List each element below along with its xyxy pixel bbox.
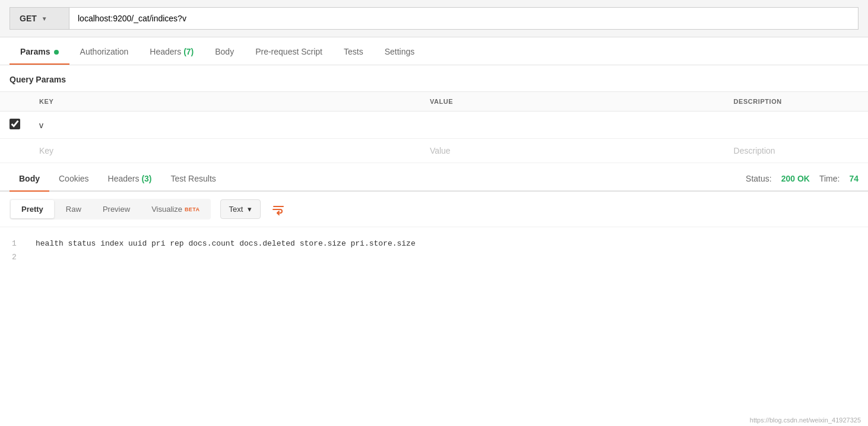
table-row-empty: Key Value Description: [0, 139, 868, 163]
empty-value-cell[interactable]: Value: [420, 139, 724, 163]
line-content-1: health status index uuid pri rep docs.co…: [36, 237, 416, 250]
tab-params[interactable]: Params: [9, 37, 69, 65]
headers-badge: (7): [183, 47, 194, 56]
time-label: Time:: [819, 174, 840, 183]
row-value-cell: [420, 112, 724, 139]
text-type-chevron: ▾: [248, 205, 252, 214]
method-label: GET: [20, 14, 37, 23]
top-tabs: Params Authorization Headers (7) Body Pr…: [0, 37, 868, 65]
format-preview[interactable]: Preview: [92, 199, 141, 220]
status-value: 200 OK: [781, 174, 810, 183]
empty-desc-cell[interactable]: Description: [724, 139, 868, 163]
response-line-2: 2: [12, 250, 856, 264]
resp-headers-badge: (3): [141, 174, 151, 183]
tab-authorization[interactable]: Authorization: [69, 37, 140, 65]
text-type-dropdown[interactable]: Text ▾: [220, 199, 261, 219]
text-type-label: Text: [229, 205, 243, 214]
resp-tab-body[interactable]: Body: [9, 166, 49, 190]
empty-key-cell[interactable]: Key: [30, 139, 420, 163]
col-description: DESCRIPTION: [724, 92, 868, 112]
tab-headers-label: Headers: [150, 47, 183, 56]
row-key-cell: v: [30, 112, 420, 139]
status-area: Status: 200 OK Time: 74: [746, 174, 859, 190]
col-check: [0, 92, 30, 112]
row-desc-cell: [724, 112, 868, 139]
line-num-2: 2: [12, 250, 24, 264]
tab-prerequest[interactable]: Pre-request Script: [245, 37, 333, 65]
beta-badge: BETA: [185, 206, 200, 212]
svg-rect-0: [273, 206, 284, 207]
params-table: KEY VALUE DESCRIPTION v Key: [0, 91, 868, 163]
resp-tab-body-label: Body: [19, 174, 40, 183]
row-checkbox[interactable]: [9, 119, 20, 129]
line-num-1: 1: [12, 237, 24, 250]
format-pretty[interactable]: Pretty: [11, 200, 54, 218]
resp-tab-headers-label: Headers: [108, 174, 142, 183]
empty-value-placeholder: Value: [430, 146, 451, 155]
resp-tab-testresults-label: Test Results: [171, 174, 216, 183]
tab-headers[interactable]: Headers (7): [139, 37, 204, 65]
tab-settings-label: Settings: [385, 47, 415, 56]
col-value: VALUE: [420, 92, 724, 112]
method-selector[interactable]: GET ▼: [9, 7, 69, 30]
status-label: Status:: [746, 174, 772, 183]
format-raw[interactable]: Raw: [55, 199, 92, 220]
query-params-title: Query Params: [0, 65, 868, 91]
resp-tab-testresults[interactable]: Test Results: [161, 166, 226, 190]
tab-settings[interactable]: Settings: [374, 37, 426, 65]
tab-prerequest-label: Pre-request Script: [255, 47, 322, 56]
visualize-label: Visualize: [151, 205, 182, 214]
response-toolbar: Pretty Raw Preview Visualize BETA Text ▾: [0, 192, 868, 227]
wrap-button[interactable]: [268, 199, 289, 220]
tab-tests-label: Tests: [344, 47, 363, 56]
method-chevron: ▼: [42, 15, 47, 22]
col-key: KEY: [30, 92, 420, 112]
tab-body-label: Body: [215, 47, 234, 56]
row-checkbox-cell: [0, 112, 30, 139]
resp-tab-cookies[interactable]: Cookies: [49, 166, 99, 190]
format-tabs: Pretty Raw Preview Visualize BETA: [9, 199, 211, 220]
response-body: 1 health status index uuid pri rep docs.…: [0, 227, 868, 274]
url-bar: GET ▼: [0, 0, 868, 37]
empty-desc-placeholder: Description: [734, 146, 775, 155]
response-tabs: Body Cookies Headers (3) Test Results St…: [0, 166, 868, 192]
format-visualize[interactable]: Visualize BETA: [141, 199, 210, 220]
response-line-1: 1 health status index uuid pri rep docs.…: [12, 237, 856, 250]
tab-tests[interactable]: Tests: [333, 37, 374, 65]
table-row: v: [0, 112, 868, 139]
time-value: 74: [849, 174, 859, 183]
tab-authorization-label: Authorization: [80, 47, 129, 56]
empty-checkbox-cell: [0, 139, 30, 163]
wrap-icon: [272, 203, 285, 216]
tab-params-label: Params: [20, 47, 50, 56]
params-dot: [54, 50, 59, 55]
empty-key-placeholder: Key: [39, 146, 53, 155]
resp-tab-headers[interactable]: Headers (3): [99, 166, 161, 190]
resp-tab-cookies-label: Cookies: [59, 174, 89, 183]
url-input[interactable]: [69, 7, 859, 30]
tab-body[interactable]: Body: [204, 37, 245, 65]
row-key: v: [39, 120, 43, 130]
